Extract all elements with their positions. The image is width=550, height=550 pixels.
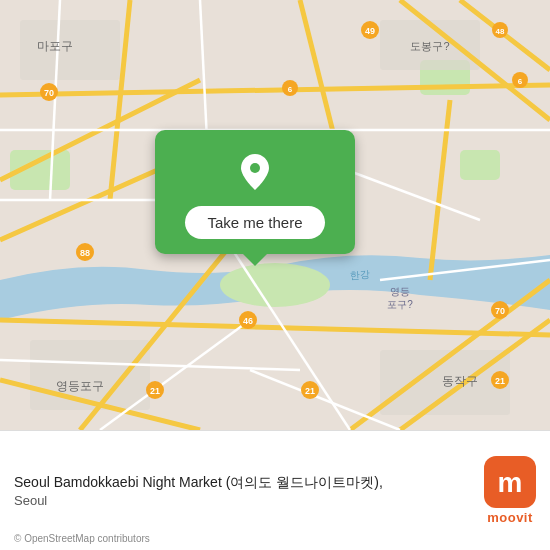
svg-text:영등포구: 영등포구 <box>56 379 104 393</box>
svg-text:21: 21 <box>495 376 505 386</box>
svg-text:마포구: 마포구 <box>37 39 73 53</box>
svg-text:6: 6 <box>288 85 293 94</box>
popup-card: Take me there <box>155 130 355 254</box>
svg-text:48: 48 <box>496 27 505 36</box>
svg-text:도봉구?: 도봉구? <box>410 40 449 52</box>
svg-text:70: 70 <box>44 88 54 98</box>
location-pin-icon <box>233 150 277 194</box>
svg-point-1 <box>220 263 330 307</box>
map-container: 70 6 48 6 88 46 21 21 70 21 49 마포구 도봉구? … <box>0 0 550 430</box>
svg-text:동작구: 동작구 <box>442 374 478 388</box>
svg-text:포구?: 포구? <box>387 299 413 310</box>
svg-text:21: 21 <box>305 386 315 396</box>
info-bar: Seoul Bamdokkaebi Night Market (여의도 월드나이… <box>0 430 550 550</box>
svg-text:6: 6 <box>518 77 523 86</box>
svg-text:70: 70 <box>495 306 505 316</box>
svg-text:46: 46 <box>243 316 253 326</box>
svg-text:한강: 한강 <box>350 268 371 280</box>
venue-info: Seoul Bamdokkaebi Night Market (여의도 월드나이… <box>14 473 484 508</box>
svg-rect-7 <box>30 340 150 410</box>
svg-text:88: 88 <box>80 248 90 258</box>
svg-text:21: 21 <box>150 386 160 396</box>
svg-point-61 <box>250 163 260 173</box>
moovit-brand-label: moovit <box>487 510 533 525</box>
venue-city: Seoul <box>14 493 474 508</box>
svg-text:m: m <box>498 467 523 498</box>
moovit-logo-icon: m <box>484 456 536 508</box>
map-attribution: © OpenStreetMap contributors <box>14 533 150 544</box>
moovit-logo: m moovit <box>484 456 536 525</box>
svg-text:영등: 영등 <box>390 286 410 297</box>
svg-rect-4 <box>460 150 500 180</box>
venue-name: Seoul Bamdokkaebi Night Market (여의도 월드나이… <box>14 473 474 493</box>
svg-text:49: 49 <box>365 26 375 36</box>
take-me-there-button[interactable]: Take me there <box>185 206 324 239</box>
